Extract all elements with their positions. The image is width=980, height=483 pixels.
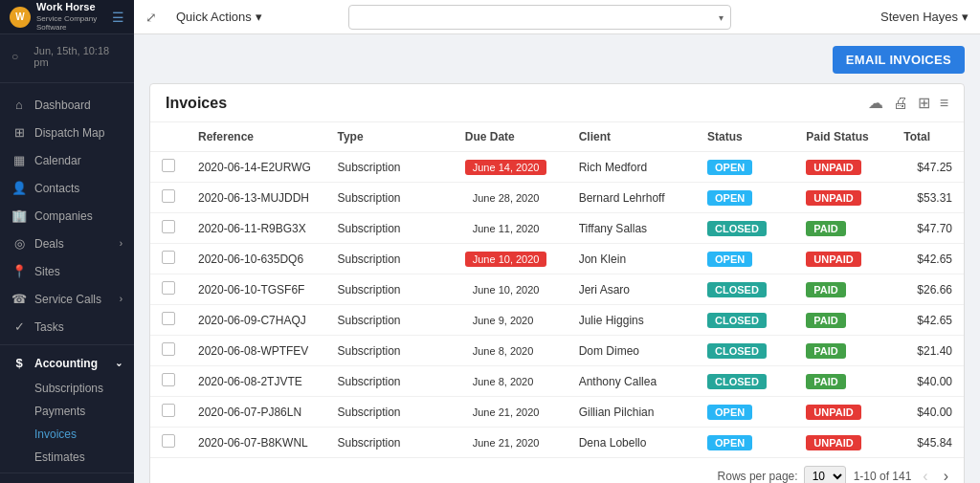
row-checkbox[interactable] [162,220,175,233]
row-checkbox[interactable] [162,404,175,417]
sidebar-sub-subscriptions[interactable]: Subscriptions [0,377,134,400]
print-icon[interactable]: 🖨 [893,95,908,112]
panel-actions: ☁ 🖨 ⊞ ≡ [868,94,948,112]
user-menu[interactable]: Steven Hayes ▾ [880,10,969,24]
row-reference: 2020-06-13-MUJDDH [187,183,325,213]
menu-icon[interactable]: ☰ [112,10,124,25]
quick-actions-button[interactable]: Quick Actions ▾ [168,6,270,28]
email-invoices-button[interactable]: EMAIL INVOICES [833,46,965,74]
cloud-icon[interactable]: ☁ [868,94,883,112]
status-badge: OPEN [707,435,752,450]
row-checkbox[interactable] [162,159,175,172]
row-checkbox[interactable] [162,342,175,356]
status-badge: CLOSED [707,313,767,328]
sidebar-item-accounting[interactable]: $ Accounting ⌄ [0,349,134,377]
row-reference: 2020-06-08-2TJVTE [187,366,325,397]
row-checkbox[interactable] [162,373,175,386]
paid-status-badge: UNPAID [806,252,860,267]
sidebar-item-tasks[interactable]: ✓ Tasks [0,313,134,340]
row-checkbox-cell [150,274,187,305]
row-status: CLOSED [696,336,794,366]
sidebar-item-contacts[interactable]: 👤 Contacts [0,174,134,202]
row-client: Anthony Callea [568,366,696,397]
row-type: Subscription [325,336,453,366]
row-checkbox-cell [150,305,187,336]
accounting-arrow: ⌄ [115,358,122,368]
row-reference: 2020-06-10-TGSF6F [187,274,325,305]
row-due-date: June 28, 2020 [454,183,568,213]
sidebar-item-calendar[interactable]: ▦ Calendar [0,146,134,174]
sidebar-item-companies[interactable]: 🏢 Companies [0,202,134,230]
next-page-button[interactable]: › [940,466,952,483]
row-status: OPEN [696,244,794,274]
row-status: OPEN [696,397,794,428]
row-paid-status: PAID [794,305,892,336]
search-select[interactable] [348,5,731,30]
row-client: Rich Medford [568,152,696,183]
row-paid-status: PAID [794,366,892,397]
sidebar: W Work Horse Service Company Software ☰ … [0,0,134,483]
sidebar-item-dashboard[interactable]: ⌂ Dashboard [0,91,134,119]
row-due-date: June 9, 2020 [454,305,568,336]
sidebar-logo: W Work Horse Service Company Software ☰ [0,0,134,34]
row-due-date: June 10, 2020 [454,274,568,305]
row-reference: 2020-06-14-E2URWG [187,152,325,183]
row-due-date: June 21, 2020 [454,428,568,458]
invoice-table: Reference Type Due Date Client Status Pa… [150,122,964,457]
sidebar-date: ○ Jun, 15th, 10:18 pm [0,38,134,75]
row-client: Dena Lobello [568,428,696,458]
row-reference: 2020-06-10-635DQ6 [187,244,325,274]
status-badge: OPEN [707,252,752,267]
sidebar-sub-invoices[interactable]: Invoices [0,423,134,446]
table-row: 2020-06-08-WPTFEV Subscription June 8, 2… [150,336,964,366]
row-checkbox[interactable] [162,434,175,448]
contacts-icon: 👤 [11,181,27,195]
row-client: Julie Higgins [568,305,696,336]
sidebar-item-service-calls[interactable]: ☎ Service Calls › [0,285,134,313]
row-type: Subscription [325,366,453,397]
grid-icon[interactable]: ⊞ [918,94,930,112]
row-paid-status: PAID [794,274,892,305]
dashboard-icon: ⌂ [11,98,27,112]
row-status: CLOSED [696,274,794,305]
sidebar-sub-estimates[interactable]: Estimates [0,446,134,469]
sidebar-divider-3 [0,472,134,473]
user-name: Steven Hayes [880,10,958,24]
due-date-badge: June 10, 2020 [465,282,547,297]
sidebar-item-deals[interactable]: ◎ Deals › [0,230,134,257]
paid-status-badge: PAID [806,221,845,236]
filter-icon[interactable]: ≡ [940,95,948,112]
row-checkbox[interactable] [162,189,175,203]
logo-icon: W [10,7,31,28]
page-info: 1-10 of 141 [854,470,912,483]
due-date-badge: June 14, 2020 [465,160,547,175]
row-checkbox[interactable] [162,312,175,325]
row-total: $26.66 [892,274,964,305]
row-reference: 2020-06-07-B8KWNL [187,428,325,458]
sidebar-sub-payments[interactable]: Payments [0,400,134,423]
status-badge: OPEN [707,405,752,420]
tasks-icon: ✓ [11,319,27,334]
main-area: ⤢ Quick Actions ▾ ▾ Steven Hayes ▾ EMAIL… [134,0,980,483]
app-tagline: Service Company Software [36,14,112,33]
sidebar-item-sites[interactable]: 📍 Sites [0,257,134,285]
due-date-badge: June 11, 2020 [465,221,547,236]
quick-actions-label: Quick Actions [176,10,252,24]
sidebar-item-dispatch-map[interactable]: ⊞ Dispatch Map [0,119,134,146]
row-reference: 2020-06-07-PJ86LN [187,397,325,428]
paid-status-badge: UNPAID [806,160,860,175]
topbar: ⤢ Quick Actions ▾ ▾ Steven Hayes ▾ [134,0,980,34]
dispatch-map-icon: ⊞ [11,125,27,140]
table-row: 2020-06-07-B8KWNL Subscription June 21, … [150,428,964,458]
expand-icon[interactable]: ⤢ [145,10,157,25]
rows-per-page-select[interactable]: 10 25 50 [804,466,846,483]
calendar-icon: ▦ [11,153,27,167]
sidebar-item-reports[interactable]: 📊 Reports [0,477,134,483]
table-row: 2020-06-10-635DQ6 Subscription June 10, … [150,244,964,274]
row-checkbox[interactable] [162,281,175,295]
paid-status-badge: UNPAID [806,435,860,450]
due-date-badge: June 21, 2020 [465,405,547,420]
topbar-search: ▾ [348,5,731,30]
row-checkbox[interactable] [162,251,175,264]
prev-page-button[interactable]: ‹ [919,466,931,483]
